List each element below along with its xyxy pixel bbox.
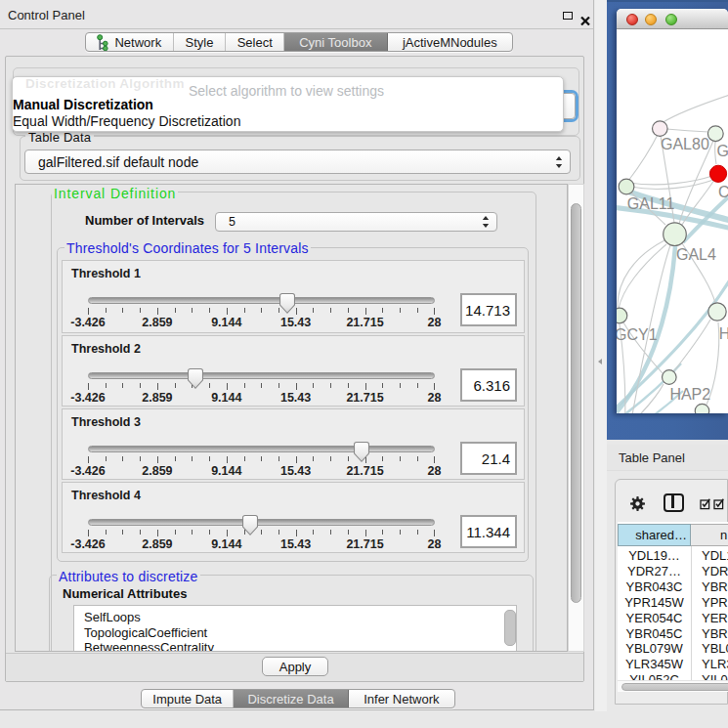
svg-text:GAL4: GAL4 bbox=[676, 246, 716, 263]
svg-text:GA: GA bbox=[716, 143, 728, 159]
svg-text:H: H bbox=[719, 325, 728, 342]
svg-text:GAL80: GAL80 bbox=[661, 136, 709, 152]
svg-text:HAP2: HAP2 bbox=[669, 386, 710, 403]
svg-text:C: C bbox=[718, 184, 728, 200]
svg-text:GCY1: GCY1 bbox=[617, 326, 658, 343]
svg-text:GAL11: GAL11 bbox=[627, 195, 675, 212]
